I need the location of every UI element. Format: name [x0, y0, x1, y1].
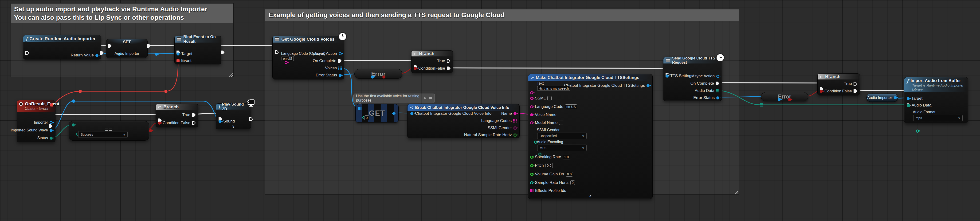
false-exec-pin[interactable]: [192, 121, 196, 125]
node-break-voice-info[interactable]: Break Chatbot Integrator Google Cloud Vo…: [407, 104, 520, 138]
node-error-collapsed-2[interactable]: Error: [761, 92, 808, 101]
sample-rate-pin[interactable]: [530, 181, 533, 184]
exec-out-pin[interactable]: [100, 51, 103, 55]
condition-pin[interactable]: [414, 67, 417, 70]
node-equal-enum[interactable]: == Success ∨: [68, 121, 149, 141]
expand-chevron-icon[interactable]: ∨: [232, 124, 235, 129]
tts-settings-pin[interactable]: [665, 75, 668, 78]
equal-result-pin[interactable]: [149, 129, 152, 132]
event-delegate-out-pin[interactable]: [50, 103, 53, 107]
text-pin[interactable]: [530, 91, 533, 94]
target-pin[interactable]: [177, 52, 180, 56]
sample-rate-field[interactable]: 0: [570, 180, 575, 185]
error-out-pin[interactable]: [788, 98, 791, 101]
audio-encoding-dropdown[interactable]: MP3 ∨: [537, 145, 587, 151]
ssml-checkbox[interactable]: [547, 96, 552, 100]
array-in-pin[interactable]: [358, 107, 361, 110]
false-exec-pin[interactable]: [447, 67, 450, 70]
async-action-pin[interactable]: [339, 52, 342, 55]
error-in-pin[interactable]: [371, 75, 374, 78]
language-code-pin[interactable]: [285, 61, 288, 64]
node-get-google-cloud-voices[interactable]: Get Google Cloud Voices Language Code (O…: [272, 36, 344, 79]
imported-sound-wave-pin[interactable]: [49, 129, 52, 132]
true-exec-pin[interactable]: [447, 59, 450, 63]
exec-out-pin[interactable]: [49, 124, 52, 128]
exec-out-pin[interactable]: [249, 117, 253, 121]
node-create-runtime-audio-importer[interactable]: ƒ Create Runtime Audio Importer Return V…: [23, 35, 101, 59]
collapse-chevron-icon[interactable]: ∧: [589, 194, 592, 198]
language-codes-array-pin[interactable]: [513, 119, 517, 122]
comment-bubble-icon[interactable]: [429, 97, 432, 100]
condition-pin[interactable]: [820, 90, 823, 93]
element-out-pin[interactable]: [392, 112, 396, 115]
volume-gain-field[interactable]: 0.0: [566, 172, 573, 176]
voice-info-in-pin[interactable]: [410, 112, 414, 115]
true-exec-pin[interactable]: [854, 82, 858, 86]
variable-out-pin[interactable]: [894, 96, 897, 99]
comment-resize-handle[interactable]: [229, 73, 233, 76]
audio-format-pin[interactable]: [916, 130, 919, 133]
node-audio-importer-variable[interactable]: Audio Importer: [867, 94, 898, 102]
node-import-audio-from-buffer[interactable]: ƒ Import Audio from Buffer Target is Run…: [904, 77, 968, 123]
ssml-gender-dropdown[interactable]: Unspecified ∨: [537, 133, 587, 139]
node-bind-event-to-on-result[interactable]: Bind Event to On Result Target Event: [174, 36, 221, 64]
model-name-field[interactable]: [559, 121, 563, 125]
index-field[interactable]: 0: [364, 115, 369, 120]
exec-out-pin[interactable]: [221, 51, 224, 54]
node-error-collapsed-1[interactable]: Error: [355, 69, 402, 79]
language-code-field[interactable]: en-US: [282, 56, 294, 61]
condition-pin[interactable]: [158, 122, 161, 125]
natural-sample-rate-pin[interactable]: [514, 134, 517, 137]
language-code-pin[interactable]: [530, 105, 533, 108]
pitch-field[interactable]: 0.0: [546, 163, 553, 168]
enum-value-dropdown[interactable]: Success ∨: [78, 131, 127, 138]
voices-array-pin[interactable]: [339, 67, 342, 70]
ssml-pin[interactable]: [530, 97, 533, 100]
node-branch-3[interactable]: Branch True Condition False: [818, 73, 860, 95]
speaking-rate-pin[interactable]: [530, 156, 533, 159]
audio-data-array-pin[interactable]: [907, 104, 910, 107]
node-comment-bubble[interactable]: Use the first available voice for testin…: [353, 94, 435, 103]
false-exec-pin[interactable]: [854, 89, 858, 93]
audio-data-array-pin[interactable]: [716, 89, 719, 92]
effects-profile-array-pin[interactable]: [530, 189, 533, 192]
async-action-pin[interactable]: [716, 75, 719, 78]
exec-out-pin[interactable]: [147, 44, 151, 48]
equal-input-a-pin[interactable]: [72, 123, 75, 127]
audio-format-dropdown[interactable]: mp3 ∨: [913, 115, 963, 121]
model-name-pin[interactable]: [530, 121, 533, 124]
importer-pin[interactable]: [49, 121, 52, 124]
comment-resize-handle[interactable]: [734, 190, 738, 194]
true-exec-pin[interactable]: [192, 113, 196, 117]
error-status-pin[interactable]: [716, 96, 719, 99]
node-array-get[interactable]: GET 0: [355, 104, 399, 122]
exec-in-pin[interactable]: [108, 44, 111, 48]
node-branch-2[interactable]: Branch True Condition False: [411, 50, 453, 73]
voice-name-pin[interactable]: [530, 113, 533, 116]
error-status-pin[interactable]: [339, 74, 342, 77]
error-out-pin[interactable]: [382, 75, 385, 78]
exec-in-pin[interactable]: [25, 51, 29, 55]
node-play-sound-2d[interactable]: ƒ Play Sound 2D Sound ∨: [216, 103, 251, 129]
blueprint-graph-canvas[interactable]: Set up audio import and playback via Run…: [0, 0, 980, 221]
speaking-rate-field[interactable]: 1.0: [563, 155, 570, 159]
ssml-gender-pin[interactable]: [514, 127, 517, 130]
node-onresult-custom-event[interactable]: OnResult_Event Custom Event Importer Imp…: [17, 100, 56, 142]
tts-settings-out-pin[interactable]: [646, 84, 649, 87]
node-make-tts-settings[interactable]: Make Chatbot Integrator Google Cloud TTS…: [528, 74, 652, 199]
status-pin[interactable]: [49, 137, 52, 140]
event-delegate-pin[interactable]: [177, 59, 180, 62]
on-complete-exec-pin[interactable]: [338, 59, 342, 63]
node-send-google-cloud-tts-request[interactable]: Send Google Cloud TTS Request TTS Settin…: [663, 57, 722, 101]
node-branch-1[interactable]: Branch True Condition False: [156, 104, 198, 127]
text-field[interactable]: Hi, this is my speech: [537, 86, 570, 91]
return-value-pin[interactable]: [95, 54, 99, 57]
error-in-pin[interactable]: [778, 98, 781, 101]
pin-icon[interactable]: [423, 97, 426, 100]
node-set-audio-importer[interactable]: SET Audio Importer: [106, 39, 148, 58]
sound-pin[interactable]: [219, 120, 222, 123]
exec-out-pin[interactable]: [275, 50, 279, 54]
volume-gain-pin[interactable]: [530, 173, 533, 176]
language-code-field[interactable]: en-US: [565, 104, 577, 109]
name-pin[interactable]: [514, 112, 517, 115]
